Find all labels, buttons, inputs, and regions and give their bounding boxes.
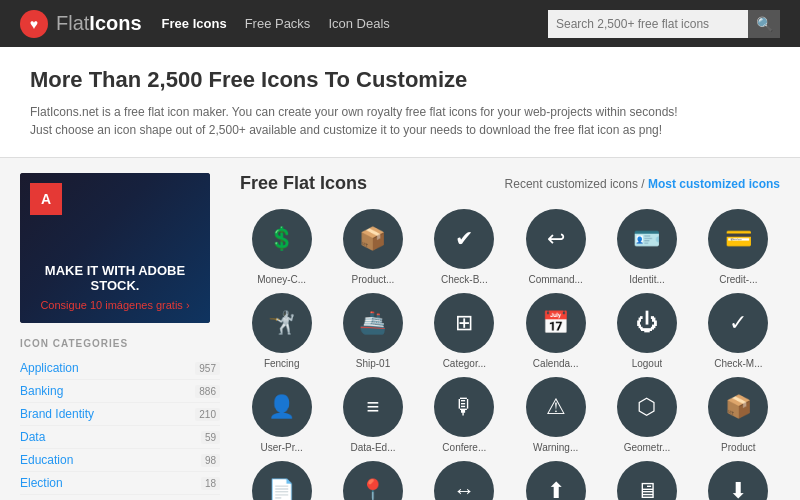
logo-heart-icon: ♥ — [20, 10, 48, 38]
icon-circle: 🖥 — [617, 461, 677, 500]
icon-item[interactable]: ↔ Team-Vi... — [423, 461, 506, 500]
category-item[interactable]: Data 59 — [20, 426, 220, 449]
nav-icon-deals[interactable]: Icon Deals — [328, 16, 389, 31]
icon-circle: ↔ — [434, 461, 494, 500]
ad-banner[interactable]: A MAKE IT WITH ADOBE STOCK. Consigue 10 … — [20, 173, 210, 323]
icon-label: Money-C... — [257, 274, 306, 285]
icon-item[interactable]: 📍 Maps — [331, 461, 414, 500]
icon-label: Identit... — [629, 274, 665, 285]
main-content: A MAKE IT WITH ADOBE STOCK. Consigue 10 … — [0, 158, 800, 500]
icon-label: Warning... — [533, 442, 578, 453]
icon-label: Product — [721, 442, 755, 453]
icon-label: User-Pr... — [261, 442, 303, 453]
icon-label: Ship-01 — [356, 358, 390, 369]
icon-item[interactable]: 🖥 Linux — [605, 461, 688, 500]
icon-item[interactable]: ✔ Check-B... — [423, 209, 506, 285]
icon-item[interactable]: 📦 Product — [697, 377, 780, 453]
logo[interactable]: ♥ FlatIcons — [20, 10, 142, 38]
icon-item[interactable]: 🤺 Fencing — [240, 293, 323, 369]
icon-item[interactable]: ⏻ Logout — [605, 293, 688, 369]
icon-circle: 📦 — [343, 209, 403, 269]
ad-content: MAKE IT WITH ADOBE STOCK. Consigue 10 im… — [20, 263, 210, 311]
icons-grid: 💲 Money-C...📦 Product...✔ Check-B...↩ Co… — [240, 209, 780, 500]
icons-section: Free Flat Icons Recent customized icons … — [240, 173, 780, 500]
icon-circle: ⚠ — [526, 377, 586, 437]
icon-label: Confere... — [442, 442, 486, 453]
category-item[interactable]: Education 98 — [20, 449, 220, 472]
category-name: Banking — [20, 384, 63, 398]
category-count: 59 — [201, 431, 220, 444]
main-nav: Free Icons Free Packs Icon Deals — [162, 16, 390, 31]
category-name: Brand Identity — [20, 407, 94, 421]
icon-item[interactable]: 🚢 Ship-01 — [331, 293, 414, 369]
icon-circle: 📍 — [343, 461, 403, 500]
logo-icons: Icons — [89, 12, 141, 34]
icon-label: Data-Ed... — [350, 442, 395, 453]
icon-label: Geometr... — [624, 442, 671, 453]
icon-item[interactable]: 👤 User-Pr... — [240, 377, 323, 453]
icon-circle: 💲 — [252, 209, 312, 269]
icon-item[interactable]: ↩ Command... — [514, 209, 597, 285]
icon-circle: 🤺 — [252, 293, 312, 353]
icon-item[interactable]: ⬆ Import — [514, 461, 597, 500]
nav-free-packs[interactable]: Free Packs — [245, 16, 311, 31]
ad-cta[interactable]: Consigue 10 imágenes gratis › — [20, 299, 210, 311]
icon-item[interactable]: ≡ Data-Ed... — [331, 377, 414, 453]
hero-title: More Than 2,500 Free Icons To Customize — [30, 67, 770, 93]
icons-header: Free Flat Icons Recent customized icons … — [240, 173, 780, 194]
category-item[interactable]: Election 18 — [20, 472, 220, 495]
filter-label: Recent customized icons / — [505, 177, 645, 191]
category-item[interactable]: Emotions 17 — [20, 495, 220, 500]
icon-circle: 📦 — [708, 377, 768, 437]
icon-circle: ✓ — [708, 293, 768, 353]
category-name: Application — [20, 361, 79, 375]
icon-circle: 📄 — [252, 461, 312, 500]
category-item[interactable]: Brand Identity 210 — [20, 403, 220, 426]
icon-circle: ✔ — [434, 209, 494, 269]
icon-item[interactable]: 🎙 Confere... — [423, 377, 506, 453]
icon-item[interactable]: ⬡ Geometr... — [605, 377, 688, 453]
category-count: 957 — [195, 362, 220, 375]
logo-text: FlatIcons — [56, 12, 142, 35]
hero-desc2: Just choose an icon shape out of 2,500+ … — [30, 121, 770, 139]
icon-circle: ↩ — [526, 209, 586, 269]
hero-section: More Than 2,500 Free Icons To Customize … — [0, 47, 800, 158]
icon-label: Calenda... — [533, 358, 579, 369]
icon-item[interactable]: 🪪 Identit... — [605, 209, 688, 285]
category-name: Education — [20, 453, 73, 467]
icon-label: Check-M... — [714, 358, 762, 369]
category-name: Election — [20, 476, 63, 490]
ad-title: MAKE IT WITH ADOBE STOCK. — [20, 263, 210, 294]
icon-item[interactable]: ⊞ Categor... — [423, 293, 506, 369]
icon-item[interactable]: ⬇ Navigat... — [697, 461, 780, 500]
icon-label: Fencing — [264, 358, 300, 369]
icon-item[interactable]: 📦 Product... — [331, 209, 414, 285]
icon-item[interactable]: 💲 Money-C... — [240, 209, 323, 285]
icon-circle: ≡ — [343, 377, 403, 437]
icon-item[interactable]: ⚠ Warning... — [514, 377, 597, 453]
icon-circle: ⬡ — [617, 377, 677, 437]
category-item[interactable]: Application 957 — [20, 357, 220, 380]
category-count: 98 — [201, 454, 220, 467]
icon-label: Product... — [352, 274, 395, 285]
icon-item[interactable]: 📄 Documen... — [240, 461, 323, 500]
search-area: 🔍 — [548, 10, 780, 38]
hero-desc1: FlatIcons.net is a free flat icon maker.… — [30, 103, 770, 121]
icon-circle: 🎙 — [434, 377, 494, 437]
filter-most-customized[interactable]: Most customized icons — [648, 177, 780, 191]
icon-label: Check-B... — [441, 274, 488, 285]
search-button[interactable]: 🔍 — [748, 10, 780, 38]
adobe-logo: A — [30, 183, 62, 215]
icon-circle: 🚢 — [343, 293, 403, 353]
category-name: Data — [20, 430, 45, 444]
search-input[interactable] — [548, 10, 748, 38]
sidebar: A MAKE IT WITH ADOBE STOCK. Consigue 10 … — [20, 173, 220, 500]
categories-list: Application 957Banking 886Brand Identity… — [20, 357, 220, 500]
icon-item[interactable]: 📅 Calenda... — [514, 293, 597, 369]
icon-item[interactable]: ✓ Check-M... — [697, 293, 780, 369]
icon-circle: 👤 — [252, 377, 312, 437]
icon-label: Logout — [632, 358, 663, 369]
nav-free-icons[interactable]: Free Icons — [162, 16, 227, 31]
category-item[interactable]: Banking 886 — [20, 380, 220, 403]
icon-item[interactable]: 💳 Credit-... — [697, 209, 780, 285]
